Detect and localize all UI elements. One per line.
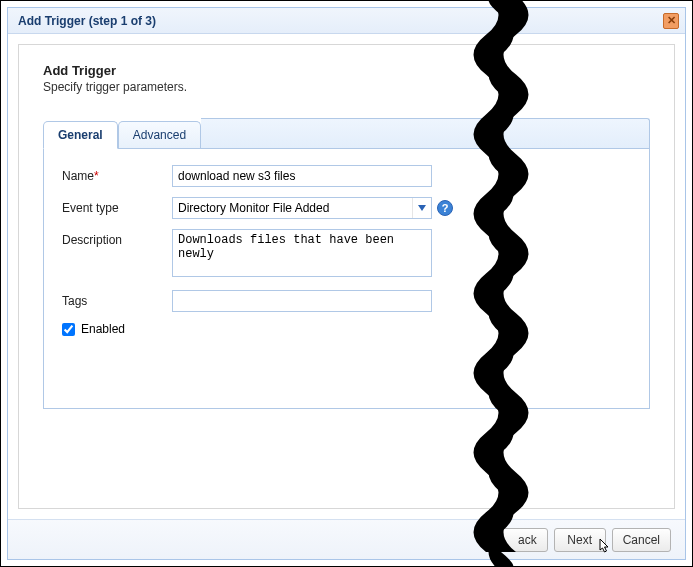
tags-label: Tags [62,290,172,308]
name-label-text: Name [62,169,94,183]
dialog-footer: ack Next Cancel [8,519,685,559]
tab-advanced[interactable]: Advanced [118,121,201,148]
cancel-button[interactable]: Cancel [612,528,671,552]
help-icon[interactable]: ? [437,200,453,216]
section-subtitle: Specify trigger parameters. [43,80,650,94]
tab-general[interactable]: General [43,121,118,149]
close-button[interactable]: ✕ [663,13,679,29]
tab-filler [201,118,650,148]
enabled-checkbox[interactable] [62,323,75,336]
event-type-label: Event type [62,197,172,215]
event-type-value: Directory Monitor File Added [173,198,413,218]
add-trigger-dialog: Add Trigger (step 1 of 3) ✕ Add Trigger … [7,7,686,560]
name-label: Name* [62,165,172,183]
back-button[interactable]: ack [496,528,548,552]
tags-input[interactable] [172,290,432,312]
inner-panel: Add Trigger Specify trigger parameters. … [18,44,675,509]
description-input[interactable] [172,229,432,277]
next-button[interactable]: Next [554,528,606,552]
name-input[interactable] [172,165,432,187]
event-type-select[interactable]: Directory Monitor File Added [172,197,432,219]
description-label: Description [62,229,172,247]
enabled-label: Enabled [81,322,125,336]
required-asterisk: * [94,169,99,183]
row-name: Name* [62,165,631,187]
row-enabled: Enabled [62,322,631,336]
row-description: Description [62,229,631,280]
close-icon: ✕ [667,15,676,26]
dialog-body: Add Trigger Specify trigger parameters. … [8,34,685,519]
row-tags: Tags [62,290,631,312]
section-title: Add Trigger [43,63,650,78]
row-event-type: Event type Directory Monitor File Added … [62,197,631,219]
chevron-down-icon[interactable] [413,198,431,218]
tabs-row: General Advanced [43,118,650,149]
form-area: Name* Event type Directory Monitor File … [43,149,650,409]
dialog-title: Add Trigger (step 1 of 3) [18,14,156,28]
dialog-header: Add Trigger (step 1 of 3) ✕ [8,8,685,34]
